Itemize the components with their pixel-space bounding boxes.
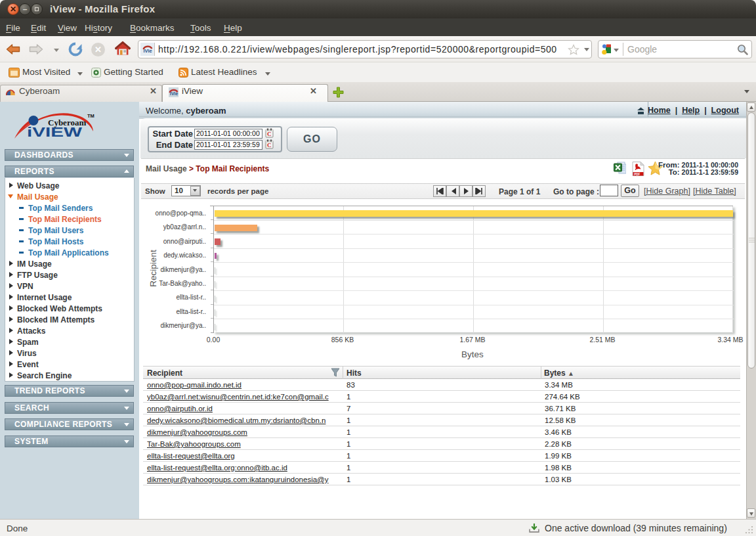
svg-text:C: C bbox=[267, 131, 272, 137]
svg-text:iVIEW: iVIEW bbox=[27, 124, 82, 139]
svg-text:TM: TM bbox=[87, 113, 94, 119]
svg-text:iVie: iVie bbox=[144, 48, 152, 54]
svg-text:C: C bbox=[267, 142, 272, 148]
svg-text:iVie: iVie bbox=[170, 91, 178, 96]
